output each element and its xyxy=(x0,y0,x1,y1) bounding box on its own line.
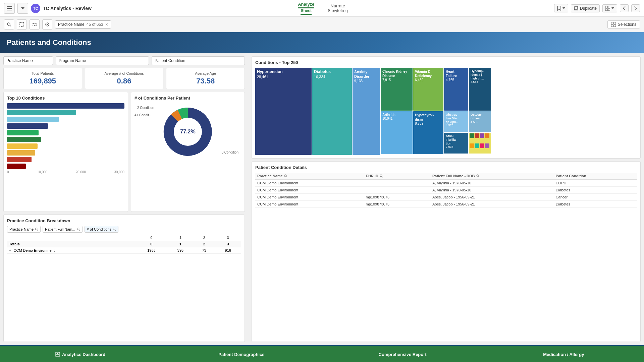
selections-label: Selections xyxy=(618,22,636,27)
patient-demographics-label: Patient Demographics xyxy=(218,352,264,357)
pie-svg: 77.2% xyxy=(161,105,215,159)
lasso-select-icon[interactable] xyxy=(17,19,27,29)
back-button[interactable] xyxy=(620,4,629,12)
bookmark-button[interactable] xyxy=(554,4,568,12)
breakdown-row-1-2: 916 xyxy=(215,247,241,254)
duplicate-label: Duplicate xyxy=(580,6,597,11)
top-bar-right: Duplicate xyxy=(554,4,640,12)
pie-label-4condition: 4+ Condit... xyxy=(135,113,152,117)
forward-button[interactable] xyxy=(631,4,640,12)
svg-point-21 xyxy=(35,228,37,230)
bar-row-8 xyxy=(7,150,124,156)
treemap-obstructive[interactable]: Obstruc-tive Sle-ep Apn... 4,573 xyxy=(444,111,468,132)
stats-row: Total Patients 169,895 Average # of Cond… xyxy=(3,68,245,89)
filter-chip-label: Practice Name xyxy=(58,22,85,27)
svg-line-26 xyxy=(115,230,116,231)
patient-details-title: Patient Condition Details xyxy=(255,165,637,170)
treemap-chronic-kidney[interactable]: Chronic KidneyDisease 7,915 xyxy=(381,68,413,111)
treemap-diabetes[interactable]: Diabetes 16,334 xyxy=(312,68,352,155)
th-condition: Patient Condition xyxy=(554,173,637,180)
svg-line-22 xyxy=(37,230,38,231)
tab-analyze-main: Analyze xyxy=(298,2,314,8)
patient-row-4-patient: Abes, Jacob - 1956-09-21 xyxy=(430,201,554,208)
treemap-mini-3 xyxy=(480,133,484,138)
patient-row-1-ehr xyxy=(364,180,430,187)
right-panel: Conditions - Top 250 Hypertension 28,461… xyxy=(248,53,644,345)
search-icon-practice[interactable] xyxy=(284,174,287,178)
breakdown-th-3: 3 xyxy=(215,235,241,241)
bar-chart xyxy=(7,103,124,169)
totals-3: 3 xyxy=(215,241,241,247)
treemap-hypertension[interactable]: Hypertension 28,461 xyxy=(255,68,312,155)
breakdown-conditions-search[interactable]: # of Conditions xyxy=(85,226,118,233)
expand-icon[interactable]: + xyxy=(9,248,11,252)
treemap-hypothyroidism[interactable]: Hypothyroi-dism 8,732 xyxy=(413,111,443,154)
analytics-dashboard-label: Analytics Dashboard xyxy=(62,352,105,357)
search-icon-ehr[interactable] xyxy=(380,174,383,178)
treemap-anxiety[interactable]: AnxietyDisorder 9,133 xyxy=(353,68,380,155)
th-practice: Practice Name xyxy=(255,173,364,180)
treemap-heart-failure[interactable]: HeartFailure 4,765 xyxy=(444,68,468,111)
patient-row-1[interactable]: CCM Demo Environment A, Virginia - 1970-… xyxy=(255,180,637,187)
drill-down-icon[interactable] xyxy=(42,19,52,29)
breakdown-conditions-label: # of Conditions xyxy=(87,227,111,231)
program-name-filter[interactable]: Program Name xyxy=(56,56,149,65)
duplicate-button[interactable]: Duplicate xyxy=(571,4,600,12)
filter-dropdowns: Practice Name Program Name Patient Condi… xyxy=(3,56,245,65)
svg-line-10 xyxy=(10,25,11,26)
patient-row-3-patient: Abes, Jacob - 1956-09-21 xyxy=(430,194,554,201)
search-icon-patient[interactable] xyxy=(476,174,480,178)
bar-row-9 xyxy=(7,157,124,162)
svg-point-29 xyxy=(380,175,382,177)
analytics-dashboard-button[interactable]: Analytics Dashboard xyxy=(0,346,161,362)
bar-vitamind xyxy=(7,137,41,142)
treemap-atrial[interactable]: AtrialFibrilla-tion 7,038 xyxy=(444,133,468,154)
svg-point-9 xyxy=(7,23,10,25)
filter-chip-count: 45 of 653 xyxy=(87,22,103,27)
practice-name-filter[interactable]: Practice Name xyxy=(3,56,53,65)
patient-row-2[interactable]: CCM Demo Environment A, Virginia - 1970-… xyxy=(255,187,637,194)
layout-button[interactable] xyxy=(602,4,617,12)
patient-row-3[interactable]: CCM Demo Environment mp109873673 Abes, J… xyxy=(255,194,637,201)
medication-allergy-button[interactable]: Medication / Allergy xyxy=(483,346,644,362)
treemap-osteoporosis[interactable]: Osteop-orosis 4,535 xyxy=(469,111,491,132)
total-patients-value: 169,895 xyxy=(7,77,78,85)
patient-row-4[interactable]: CCM Demo Environment mp109873673 Abes, J… xyxy=(255,201,637,208)
treemap-vitamind[interactable]: Vitamin DDeficiency 6,459 xyxy=(413,68,443,111)
tab-analyze-sub: Sheet xyxy=(301,8,312,15)
svg-rect-5 xyxy=(605,6,607,8)
bar-row-7 xyxy=(7,143,124,149)
svg-rect-2 xyxy=(7,10,12,10)
patient-demographics-button[interactable]: Patient Demographics xyxy=(161,346,322,362)
patient-row-4-ehr: mp109873673 xyxy=(364,201,430,208)
tab-analyze[interactable]: Analyze Sheet xyxy=(291,0,321,17)
charts-row: Top 10 Conditions 0 10,000 20,000 xyxy=(3,92,245,212)
treemap-arthritis[interactable]: Arthritis 10,941 xyxy=(381,111,413,154)
treemap-hyperlipidemia[interactable]: Hyperlip-idemia (-high ch... 4,583 xyxy=(469,68,491,111)
dropdown-button[interactable] xyxy=(17,3,28,14)
tab-narrate[interactable]: Narrate Storytelling xyxy=(321,0,354,17)
bar-row-1 xyxy=(7,103,124,109)
breakdown-practice-search[interactable]: Practice Name xyxy=(7,226,41,233)
patient-row-1-condition: COPD xyxy=(554,180,637,187)
breakdown-patient-search[interactable]: Patient Full Nam... xyxy=(43,226,82,233)
total-patients-label: Total Patients xyxy=(7,71,78,75)
bar-row-10 xyxy=(7,164,124,169)
tab-narrate-main: Narrate xyxy=(330,3,345,8)
breakdown-th-1: 1 xyxy=(167,235,194,241)
conditions-top-title: Conditions - Top 250 xyxy=(255,60,637,65)
patient-details-card: Patient Condition Details Practice Name xyxy=(252,161,641,342)
filter-chip-close[interactable]: × xyxy=(105,22,108,27)
patient-condition-filter[interactable]: Patient Condition xyxy=(152,56,245,65)
top-bar-left: TC TC Analytics - Review xyxy=(4,3,92,14)
breakdown-row-1-0: 395 xyxy=(167,247,194,254)
smart-search-icon[interactable] xyxy=(4,19,14,29)
hamburger-button[interactable] xyxy=(4,3,15,14)
breakdown-row-1[interactable]: + CCM Demo Environment 1966 395 73 916 xyxy=(7,247,241,254)
treemap-mini-1 xyxy=(470,133,474,138)
bar-hypothyroidism xyxy=(7,157,32,162)
range-filter-icon[interactable] xyxy=(30,19,40,29)
selections-button[interactable]: Selections xyxy=(607,20,640,28)
comprehensive-report-button[interactable]: Comprehensive Report xyxy=(322,346,483,362)
practice-name-filter-chip[interactable]: Practice Name 45 of 653 × xyxy=(55,20,111,28)
